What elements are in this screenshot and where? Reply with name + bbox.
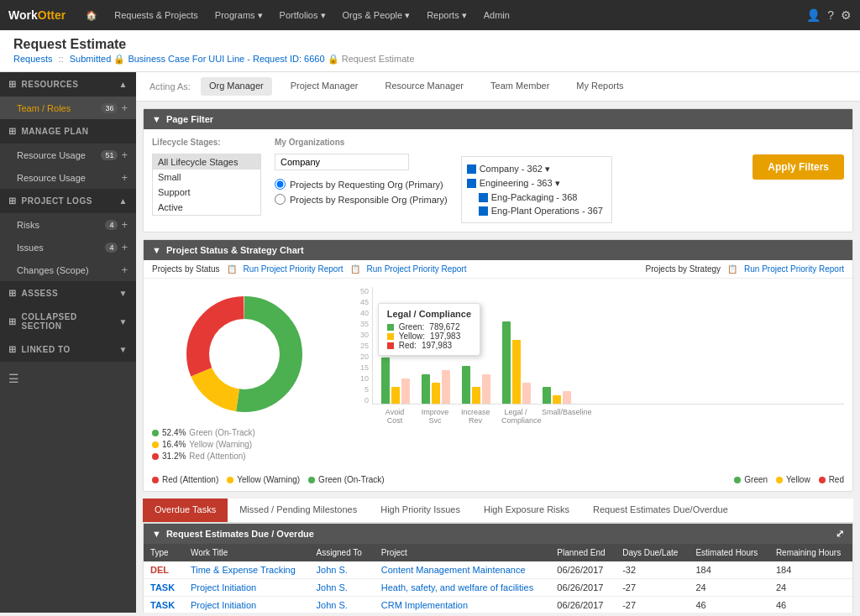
risks-add[interactable]: + bbox=[121, 218, 128, 231]
work-title-link-0[interactable]: Time & Expense Tracking bbox=[191, 565, 296, 575]
run-report-btn-1[interactable]: Run Project Priority Report bbox=[244, 264, 343, 274]
sidebar-section-project-logs[interactable]: ⊞ PROJECT LOGS ▲ bbox=[0, 189, 136, 213]
sidebar-item-resource-usage-2[interactable]: Resource Usage + bbox=[0, 166, 136, 189]
org-eng-plant-checkbox[interactable] bbox=[479, 206, 488, 216]
x-label-increase-rev: Increase Rev bbox=[461, 408, 490, 425]
tab-missed-milestones[interactable]: Missed / Pending Milestones bbox=[228, 499, 369, 522]
app-logo[interactable]: WorkOtter bbox=[8, 8, 66, 22]
nav-admin[interactable]: Admin bbox=[477, 7, 517, 23]
team-roles-add[interactable]: + bbox=[121, 102, 128, 114]
user-icon[interactable]: 👤 bbox=[806, 8, 821, 22]
org-eng-packaging-checkbox[interactable] bbox=[479, 193, 488, 202]
resource-usage-1-add[interactable]: + bbox=[121, 149, 128, 161]
chart-legends-row: Red (Attention) Yellow (Warning) Green (… bbox=[144, 472, 852, 491]
nav-home[interactable]: 🏠 bbox=[79, 7, 104, 24]
assigned-to-link-2[interactable]: John S. bbox=[317, 600, 348, 610]
lifecycle-small[interactable]: Small bbox=[153, 170, 260, 185]
expand-table-button[interactable]: ⤢ bbox=[836, 528, 844, 540]
assigned-to-link-1[interactable]: John S. bbox=[317, 582, 348, 593]
sidebar-item-issues[interactable]: Issues 4 + bbox=[0, 236, 136, 258]
table-header-row: Type Work Title Assigned To Project Plan… bbox=[144, 544, 852, 561]
tab-high-priority-issues[interactable]: High Priority Issues bbox=[369, 499, 472, 522]
org-eng-plant[interactable]: Eng-Plant Operations - 367 bbox=[467, 204, 606, 217]
settings-icon[interactable]: ⚙ bbox=[841, 8, 852, 22]
nav-requests-projects[interactable]: Requests & Projects bbox=[108, 7, 205, 23]
sidebar-section-manage-plan[interactable]: ⊞ MANAGE PLAN bbox=[0, 119, 136, 144]
org-engineering[interactable]: Engineering - 363 ▾ bbox=[467, 176, 606, 191]
tab-request-estimates-due[interactable]: Request Estimates Due/Overdue bbox=[581, 499, 740, 522]
tab-project-manager[interactable]: Project Manager bbox=[282, 77, 367, 96]
sidebar-item-resource-usage-1[interactable]: Resource Usage 51 + bbox=[0, 144, 136, 166]
radio-requesting-org-input[interactable] bbox=[275, 179, 286, 190]
org-input[interactable] bbox=[275, 154, 409, 170]
legend-yellow-label: Yellow (Warning) bbox=[189, 440, 252, 449]
org-eng-packaging[interactable]: Eng-Packaging - 368 bbox=[467, 191, 606, 204]
tooltip-green-value: 789,672 bbox=[429, 322, 459, 331]
tab-resource-manager[interactable]: Resource Manager bbox=[376, 77, 472, 96]
lifecycle-active[interactable]: Active bbox=[153, 200, 260, 215]
sidebar-section-linked-to[interactable]: ⊞ LINKED TO ▼ bbox=[0, 337, 136, 362]
right-legend-green-label: Green bbox=[744, 475, 768, 484]
col-assigned-to: Assigned To bbox=[310, 544, 375, 561]
run-report-btn-3[interactable]: Run Project Priority Report bbox=[744, 264, 844, 274]
tooltip-yellow-dot bbox=[387, 333, 394, 340]
page-filter-panel: ▼ Page Filter Lifecycle Stages: All Life… bbox=[143, 108, 853, 232]
chart-panel-header[interactable]: ▼ Project Status & Strategy Chart bbox=[144, 240, 852, 260]
sidebar-item-team-roles[interactable]: Team / Roles 36 + bbox=[0, 97, 136, 119]
lifecycle-support[interactable]: Support bbox=[153, 185, 260, 200]
cell-rem-hours-2: 46 bbox=[769, 597, 852, 613]
breadcrumb-requests[interactable]: Requests bbox=[13, 54, 52, 64]
type-badge-2[interactable]: TASK bbox=[150, 600, 175, 610]
org-company[interactable]: Company - 362 ▾ bbox=[467, 162, 606, 176]
nav-reports[interactable]: Reports ▾ bbox=[420, 7, 474, 24]
tab-high-exposure-risks[interactable]: High Exposure Risks bbox=[472, 499, 581, 522]
cell-est-hours-2: 46 bbox=[689, 597, 768, 613]
sidebar-item-changes-scope[interactable]: Changes (Scope) + bbox=[0, 258, 136, 281]
legend-yellow-dot-bottom bbox=[227, 477, 233, 483]
radio-responsible-org[interactable]: Projects by Responsible Org (Primary) bbox=[275, 194, 448, 205]
sidebar-reorder-icon[interactable]: ☰ bbox=[0, 365, 136, 392]
issues-add[interactable]: + bbox=[121, 241, 128, 253]
radio-requesting-org[interactable]: Projects by Requesting Org (Primary) bbox=[275, 179, 448, 190]
breadcrumb-current: Request Estimate bbox=[342, 54, 415, 64]
sidebar-section-resources[interactable]: ⊞ RESOURCES ▲ bbox=[0, 72, 136, 97]
project-link-1[interactable]: Heath, safety, and welfare of facilities bbox=[381, 582, 533, 593]
run-report-btn-2[interactable]: Run Project Priority Report bbox=[367, 264, 467, 274]
tab-team-member[interactable]: Team Member bbox=[482, 77, 558, 96]
y-5: 5 bbox=[364, 385, 369, 394]
nav-portfolios[interactable]: Portfolios ▾ bbox=[273, 7, 333, 24]
project-link-2[interactable]: CRM Implementation bbox=[381, 600, 468, 610]
manage-plan-icon: ⊞ bbox=[8, 126, 17, 137]
tab-overdue-tasks[interactable]: Overdue Tasks bbox=[143, 499, 228, 522]
table-body: DEL Time & Expense Tracking John S. Cont… bbox=[144, 561, 852, 613]
help-icon[interactable]: ? bbox=[827, 8, 834, 22]
tooltip-yellow-label: Yellow: bbox=[399, 331, 425, 341]
breadcrumb-business-case[interactable]: Business Case For UUI Line - Request ID:… bbox=[128, 54, 324, 64]
lifecycle-all[interactable]: All Lifecycle Stages bbox=[153, 154, 260, 170]
sidebar-section-assess[interactable]: ⊞ ASSESS ▼ bbox=[0, 281, 136, 305]
org-company-checkbox[interactable] bbox=[467, 164, 476, 174]
page-filter-panel-header[interactable]: ▼ Page Filter bbox=[144, 109, 852, 129]
sidebar-section-collapsed[interactable]: ⊞ COLLAPSED SECTION ▼ bbox=[0, 305, 136, 337]
work-title-link-2[interactable]: Project Initiation bbox=[191, 600, 256, 610]
sidebar-item-risks[interactable]: Risks 4 + bbox=[0, 213, 136, 236]
chart-report-icon-2: 📋 bbox=[350, 264, 360, 274]
org-engineering-checkbox[interactable] bbox=[467, 179, 476, 188]
breadcrumb-submitted[interactable]: Submitted bbox=[70, 54, 112, 64]
bar-chart-with-axis: 50 45 40 35 30 25 20 15 10 5 0 bbox=[354, 287, 844, 405]
type-badge-1[interactable]: TASK bbox=[150, 582, 175, 593]
resource-usage-2-add[interactable]: + bbox=[121, 171, 128, 184]
type-badge-0[interactable]: DEL bbox=[150, 565, 169, 575]
project-link-0[interactable]: Content Management Maintenance bbox=[381, 565, 526, 575]
work-title-link-1[interactable]: Project Initiation bbox=[191, 582, 256, 593]
cell-project-2: CRM Implementation bbox=[375, 597, 551, 613]
nav-orgs-people[interactable]: Orgs & People ▾ bbox=[336, 7, 417, 24]
nav-programs[interactable]: Programs ▾ bbox=[208, 7, 270, 24]
radio-responsible-org-input[interactable] bbox=[275, 194, 286, 205]
apply-filters-button[interactable]: Apply Filters bbox=[752, 154, 844, 180]
tab-my-reports[interactable]: My Reports bbox=[568, 77, 632, 96]
assigned-to-link-0[interactable]: John S. bbox=[317, 565, 348, 575]
tab-org-manager[interactable]: Org Manager bbox=[201, 77, 272, 96]
logo-otter: Otter bbox=[38, 8, 66, 22]
changes-scope-add[interactable]: + bbox=[121, 264, 128, 276]
